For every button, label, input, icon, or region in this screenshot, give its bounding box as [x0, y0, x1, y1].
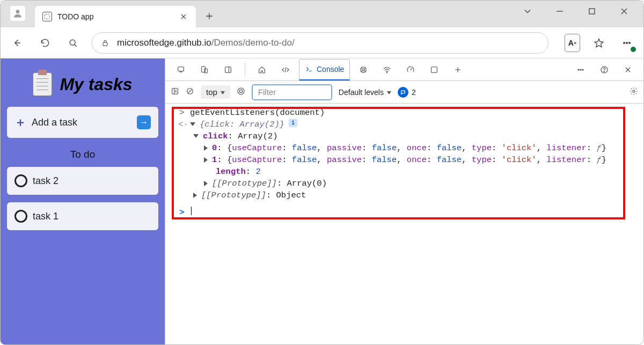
devtools-tabstrip: Console — [165, 58, 643, 81]
url-path: /Demos/demo-to-do/ — [211, 38, 295, 48]
task-checkbox[interactable] — [14, 210, 27, 223]
svg-point-19 — [604, 71, 604, 71]
plus-icon: ＋ — [14, 114, 26, 130]
svg-point-0 — [16, 10, 20, 13]
svg-point-2 — [70, 40, 75, 45]
svg-point-23 — [633, 90, 635, 92]
profile-avatar[interactable] — [10, 6, 25, 21]
task-checkbox[interactable] — [14, 174, 27, 187]
site-info-lock-icon[interactable] — [101, 39, 109, 47]
svg-point-4 — [624, 42, 625, 43]
section-heading: To do — [7, 149, 158, 160]
svg-rect-1 — [589, 9, 595, 14]
submit-task-button[interactable]: → — [137, 115, 151, 129]
devtools: Console top — [165, 58, 643, 344]
message-count[interactable]: 2 — [398, 87, 416, 98]
live-expression-icon[interactable] — [237, 87, 245, 97]
memory-tab-icon[interactable] — [424, 59, 444, 80]
maximize-button[interactable] — [583, 3, 601, 20]
svg-rect-14 — [431, 67, 437, 72]
sources-tab-icon[interactable] — [353, 59, 374, 80]
address-bar[interactable]: microsoftedge.github.io/Demos/demo-to-do… — [92, 32, 548, 54]
tab-title: TODO app — [57, 12, 93, 21]
page-title: My tasks — [60, 75, 132, 94]
svg-rect-3 — [103, 42, 107, 46]
search-button[interactable] — [64, 34, 82, 52]
elements-tab-icon[interactable] — [275, 59, 296, 80]
toggle-drawer-icon[interactable] — [171, 87, 179, 97]
svg-point-15 — [578, 69, 579, 70]
close-window-button[interactable] — [616, 3, 633, 20]
url-host: microsoftedge.github.io — [117, 38, 211, 48]
console-tab-label: Console — [317, 65, 344, 74]
message-badge-icon — [398, 87, 408, 98]
console-settings-icon[interactable] — [630, 87, 638, 97]
chevron-down-icon — [387, 91, 391, 94]
console-tab[interactable]: Console — [299, 59, 350, 80]
titlebar: TODO app — [1, 1, 643, 27]
add-task-label: Add a task — [32, 117, 77, 128]
new-tab-button[interactable] — [199, 6, 219, 26]
context-selector[interactable]: top — [201, 85, 230, 99]
dock-side-icon[interactable] — [218, 59, 238, 80]
more-tabs-button[interactable] — [448, 59, 468, 80]
favorite-button[interactable] — [590, 34, 608, 52]
network-tab-icon[interactable] — [377, 59, 397, 80]
devtools-more-icon[interactable] — [570, 59, 591, 80]
browser-tab[interactable]: TODO app — [35, 6, 196, 27]
task-label: task 1 — [33, 211, 58, 222]
url: microsoftedge.github.io/Demos/demo-to-do… — [117, 38, 295, 48]
svg-rect-7 — [178, 67, 184, 71]
console-toolbar: top Filter Default levels 2 — [165, 81, 643, 104]
log-levels-selector[interactable]: Default levels — [339, 88, 391, 97]
performance-tab-icon[interactable] — [400, 59, 421, 80]
console-body: > getEventListeners(document) <· {click:… — [165, 104, 643, 344]
inspect-tool-icon[interactable] — [171, 59, 191, 80]
annotation-highlight — [172, 107, 625, 219]
devtools-close-button[interactable] — [618, 59, 638, 80]
task-item[interactable]: task 2 — [7, 167, 158, 195]
settings-more-button[interactable] — [618, 34, 636, 52]
svg-point-16 — [580, 69, 581, 70]
svg-point-13 — [387, 72, 387, 72]
device-emulation-icon[interactable] — [194, 59, 215, 80]
navbar: microsoftedge.github.io/Demos/demo-to-do… — [1, 27, 643, 58]
context-selector-label: top — [206, 87, 217, 97]
svg-point-12 — [362, 69, 364, 71]
read-aloud-button[interactable]: A» — [565, 34, 580, 52]
devtools-help-icon[interactable] — [594, 59, 614, 80]
svg-rect-20 — [172, 89, 178, 94]
clear-console-icon[interactable] — [186, 87, 194, 97]
svg-point-17 — [582, 69, 583, 70]
svg-point-6 — [629, 42, 631, 43]
task-item[interactable]: task 1 — [7, 202, 158, 230]
add-task-card[interactable]: ＋ Add a task → — [7, 107, 158, 138]
log-levels-label: Default levels — [339, 88, 384, 97]
svg-point-22 — [239, 90, 242, 92]
task-label: task 2 — [33, 175, 58, 187]
tab-favicon-icon — [42, 12, 52, 21]
filter-input[interactable]: Filter — [252, 84, 332, 100]
minimize-button[interactable] — [551, 3, 568, 20]
window-controls — [519, 3, 633, 20]
message-count-value: 2 — [412, 88, 416, 97]
todo-app: My tasks ＋ Add a task → To do task 2 tas… — [1, 58, 165, 344]
svg-point-5 — [626, 42, 628, 43]
window-chevron-icon[interactable] — [519, 3, 536, 20]
welcome-tab-icon[interactable] — [252, 59, 272, 80]
filter-placeholder: Filter — [258, 87, 276, 97]
back-button[interactable] — [8, 34, 26, 52]
clipboard-icon — [33, 72, 52, 96]
svg-rect-10 — [225, 67, 231, 72]
close-tab-button[interactable] — [178, 11, 189, 23]
chevron-down-icon — [221, 91, 225, 94]
refresh-button[interactable] — [36, 34, 54, 52]
